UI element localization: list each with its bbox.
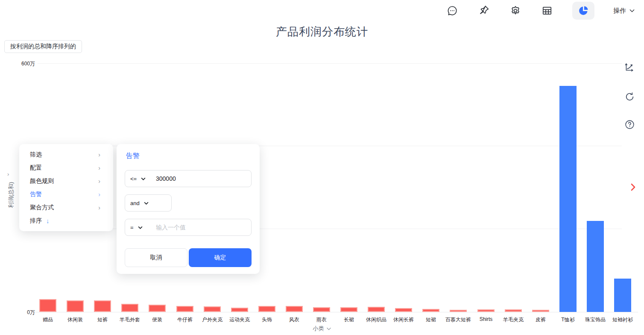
actions-label: 操作 — [613, 7, 626, 15]
chevron-down-icon — [138, 226, 143, 229]
menu-item-aggregation[interactable]: 聚合方式 › — [19, 201, 113, 214]
chevron-down-icon — [629, 9, 635, 12]
connector-row: and — [125, 194, 172, 212]
menu-item-label: 配置 — [30, 164, 42, 172]
chevron-right-icon: › — [98, 204, 100, 211]
x-axis-labels: 赠品休闲装短裤羊毛外套便装牛仔裤户外夹克运动夹克头饰风衣雨衣长裙休闲织品休闲长裤… — [34, 316, 636, 324]
bar-雨衣[interactable] — [313, 307, 330, 312]
y-tick-top: 600万 — [12, 60, 35, 68]
pie-chart-icon[interactable] — [572, 2, 594, 20]
chevron-right-icon: › — [98, 165, 100, 171]
connector-label: and — [130, 200, 140, 206]
bar-头饰[interactable] — [258, 306, 275, 312]
chevron-right-icon: › — [98, 191, 100, 198]
top-toolbar: 操作 — [446, 1, 635, 21]
menu-item-alert[interactable]: 告警 › — [19, 188, 113, 201]
chevron-down-icon — [327, 327, 331, 330]
confirm-button[interactable]: 确定 — [189, 248, 252, 267]
cancel-button[interactable]: 取消 — [125, 248, 187, 267]
bar-百慕大短裤[interactable] — [450, 310, 467, 312]
trend-axis-icon[interactable] — [624, 62, 635, 73]
menu-item-color-rules[interactable]: 颜色规则 › — [19, 174, 113, 188]
bar-休闲长裤[interactable] — [395, 308, 412, 312]
connector-select[interactable]: and — [130, 200, 152, 206]
alert-dialog: 告警 <= and = 取消 确定 — [117, 144, 260, 274]
menu-item-label: 聚合方式 — [30, 204, 54, 212]
chevron-right-icon: › — [98, 151, 100, 158]
operator-select-1[interactable]: <= — [130, 176, 152, 182]
x-axis-label: 短袖衬衫 — [603, 316, 642, 323]
actions-dropdown[interactable]: 操作 — [613, 7, 635, 15]
sort-descending-icon: ↓ — [46, 217, 50, 224]
operator-label: = — [130, 224, 134, 231]
menu-item-label: 排序 — [30, 217, 42, 225]
table-icon[interactable] — [541, 4, 553, 17]
bar-短袖衬衫[interactable] — [614, 279, 631, 312]
operator-label: <= — [130, 176, 137, 182]
bar-赠品[interactable] — [39, 299, 56, 312]
gear-icon[interactable] — [509, 4, 522, 17]
bar-短裤[interactable] — [94, 300, 111, 312]
bar-休闲装[interactable] — [67, 300, 84, 312]
menu-item-configure[interactable]: 配置 › — [19, 161, 113, 174]
bar-T恤衫[interactable] — [559, 86, 577, 312]
operator-select-2[interactable]: = — [130, 224, 152, 231]
condition-value-input-2[interactable] — [156, 224, 246, 231]
y-axis-title: 利润(总和) — [7, 169, 15, 220]
page-title: 产品利润分布统计 — [0, 24, 644, 39]
comment-icon[interactable] — [446, 4, 459, 17]
bar-羊毛外套[interactable] — [121, 304, 138, 312]
bar-Shirts[interactable] — [477, 309, 495, 312]
dialog-title: 告警 — [126, 152, 140, 161]
menu-item-label: 筛选 — [30, 151, 42, 159]
bar-羊毛夹克[interactable] — [505, 309, 522, 312]
bar-休闲织品[interactable] — [368, 307, 385, 312]
bar-牛仔裤[interactable] — [176, 306, 193, 312]
bar-户外夹克[interactable] — [204, 306, 221, 312]
menu-item-label: 颜色规则 — [30, 177, 54, 185]
x-axis-line — [34, 312, 638, 312]
condition-row-1: <= — [125, 170, 252, 187]
condition-row-2: = — [125, 219, 252, 236]
pin-icon[interactable] — [477, 4, 490, 17]
bar-风衣[interactable] — [286, 306, 303, 312]
x-axis-field-dropdown[interactable]: 小类 — [313, 325, 331, 332]
expand-panel-arrow-icon[interactable] — [630, 183, 636, 193]
y-tick-bottom: 0万 — [12, 309, 35, 316]
chevron-right-icon: › — [98, 178, 100, 185]
refresh-icon[interactable] — [624, 91, 635, 103]
menu-item-sort[interactable]: 排序 ↓ — [19, 214, 113, 227]
chevron-down-icon — [141, 177, 146, 180]
x-axis-title: 小类 — [313, 325, 324, 332]
bar-短裙[interactable] — [422, 309, 439, 312]
sort-order-badge: 按利润的总和降序排列的 — [4, 40, 82, 53]
bar-运动夹克[interactable] — [231, 308, 248, 312]
menu-item-label: 告警 — [30, 191, 42, 198]
bar-珠宝饰品[interactable] — [587, 221, 604, 312]
menu-item-filter[interactable]: 筛选 › — [19, 148, 113, 161]
help-icon[interactable] — [624, 118, 635, 130]
condition-value-input-1[interactable] — [156, 175, 246, 182]
chart-context-menu: 筛选 › 配置 › 颜色规则 › 告警 › 聚合方式 › 排序 ↓ — [19, 144, 113, 231]
bar-长裙[interactable] — [340, 307, 357, 312]
chevron-down-icon — [144, 202, 149, 205]
bar-皮裤[interactable] — [532, 310, 549, 312]
bar-便装[interactable] — [149, 305, 166, 312]
